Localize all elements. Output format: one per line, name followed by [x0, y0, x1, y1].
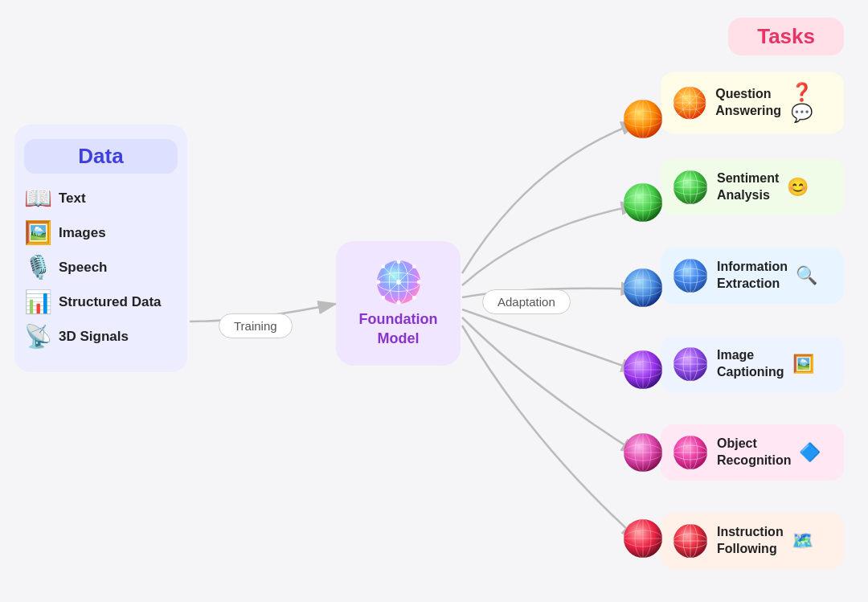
svg-point-13 [411, 264, 416, 268]
task-card-object: ObjectRecognition 🔷 [661, 424, 844, 481]
data-item-structured: 📊 Structured Data [24, 289, 178, 315]
info-icon: 🔍 [796, 265, 817, 286]
svg-point-65 [624, 362, 662, 378]
data-item-images: 🖼️ Images [24, 219, 178, 246]
data-item-speech: 🎙️ Speech [24, 254, 178, 281]
svg-point-12 [381, 264, 385, 268]
svg-point-11 [416, 281, 420, 285]
foundation-model-label: FoundationModel [359, 310, 438, 348]
tasks-title-box: Tasks [728, 18, 844, 55]
svg-point-15 [411, 296, 416, 300]
task-card-info: InformationExtraction 🔍 [661, 248, 844, 304]
instruction-orb [672, 522, 709, 559]
svg-point-66 [635, 350, 651, 389]
object-label: ObjectRecognition [717, 436, 791, 469]
svg-point-64 [624, 350, 662, 389]
signals-icon: 📡 [24, 323, 52, 350]
instruction-label: InstructionFollowing [717, 524, 784, 558]
object-orb [672, 434, 709, 471]
task-card-qa: QuestionAnswering ❓💬 [661, 72, 844, 133]
data-item-3dsignals: 📡 3D Signals [24, 323, 178, 350]
svg-point-75 [624, 530, 662, 547]
svg-point-55 [624, 195, 662, 211]
svg-point-59 [624, 268, 662, 307]
sentiment-label: SentimentAnalysis [717, 170, 779, 204]
task-card-caption: ImageCaptioning 🖼️ [661, 336, 844, 392]
instruction-icon: 🗺️ [792, 530, 813, 551]
caption-label: ImageCaptioning [717, 347, 784, 381]
sentiment-icon: 😊 [787, 177, 809, 198]
svg-point-69 [624, 433, 662, 472]
task-card-instruction: InstructionFollowing 🗺️ [661, 513, 844, 569]
svg-point-56 [635, 183, 651, 222]
caption-icon: 🖼️ [792, 354, 814, 375]
svg-point-61 [635, 268, 651, 307]
data-item-3dsignals-label: 3D Signals [59, 329, 129, 345]
info-label: InformationExtraction [717, 259, 788, 293]
svg-point-54 [624, 183, 662, 222]
structured-icon: 📊 [24, 289, 52, 315]
data-item-images-label: Images [59, 225, 106, 241]
caption-orb [672, 346, 709, 383]
sentiment-orb [672, 169, 709, 206]
data-item-speech-label: Speech [59, 260, 107, 276]
svg-point-50 [624, 111, 662, 127]
data-title-box: Data [24, 139, 178, 174]
foundation-model-orb [375, 259, 422, 305]
qa-icon: ❓💬 [791, 82, 833, 124]
svg-point-9 [396, 301, 400, 305]
svg-point-51 [635, 100, 651, 138]
svg-point-16 [396, 280, 401, 285]
images-icon: 🖼️ [24, 219, 52, 246]
task-card-sentiment: SentimentAnalysis 😊 [661, 159, 844, 215]
data-item-text-label: Text [59, 190, 86, 207]
data-title: Data [78, 144, 123, 168]
adaptation-label: Adaptation [482, 289, 571, 314]
qa-label: QuestionAnswering [715, 86, 781, 120]
data-item-text: 📖 Text [24, 185, 178, 211]
svg-point-8 [396, 260, 400, 264]
text-icon: 📖 [24, 185, 52, 211]
data-item-structured-label: Structured Data [59, 294, 162, 310]
speech-icon: 🎙️ [24, 254, 52, 281]
foundation-model-box: FoundationModel [336, 241, 461, 366]
svg-point-74 [624, 519, 662, 558]
svg-point-14 [381, 296, 385, 300]
svg-point-10 [376, 281, 380, 285]
training-label: Training [219, 313, 293, 338]
svg-point-71 [635, 433, 651, 472]
svg-point-70 [624, 444, 662, 461]
object-icon: 🔷 [799, 442, 821, 463]
info-orb [672, 257, 709, 294]
data-panel: Data 📖 Text 🖼️ Images 🎙️ Speech 📊 Struct… [14, 125, 187, 372]
tasks-title: Tasks [757, 24, 815, 48]
qa-orb [672, 84, 707, 121]
svg-point-60 [624, 280, 662, 296]
svg-point-49 [624, 100, 662, 138]
svg-point-76 [635, 519, 651, 558]
